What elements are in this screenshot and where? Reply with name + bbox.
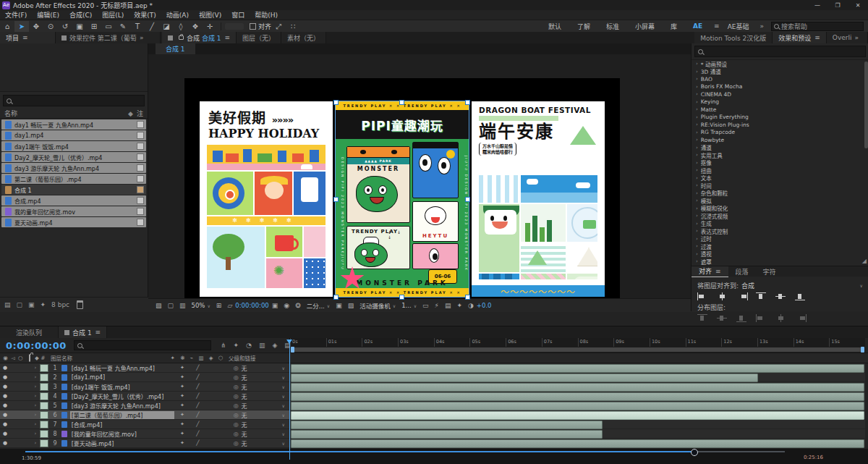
column-comment[interactable]: 注 xyxy=(133,109,143,118)
effects-group[interactable]: ›BAO xyxy=(692,75,868,83)
layer-duration-bar[interactable] xyxy=(291,383,864,392)
selection-handle[interactable] xyxy=(333,100,339,105)
twirl-icon[interactable]: › xyxy=(696,152,698,158)
layer-duration-bar[interactable] xyxy=(291,411,864,420)
selection-handle[interactable] xyxy=(465,197,470,202)
player-progress-handle[interactable] xyxy=(691,449,698,456)
project-item[interactable]: 我的童年回忆阅览.mov xyxy=(1,206,146,216)
pick-whip-icon[interactable]: ◎ xyxy=(234,440,239,447)
tab-motion-tools[interactable]: Motion Tools 2汉化版 xyxy=(694,32,773,43)
twirl-icon[interactable]: › xyxy=(696,206,698,211)
twirl-icon[interactable]: › xyxy=(696,182,698,188)
workspace-tab-0[interactable]: 默认 xyxy=(540,22,569,31)
comp-panel-menu-icon[interactable]: ≡ xyxy=(224,34,230,41)
project-item[interactable]: Day2_摩天轮_雪儿（优秀）.mp4 xyxy=(1,152,146,162)
effects-group[interactable]: ›文本 xyxy=(692,174,868,182)
dropdown-icon[interactable]: ∨ xyxy=(282,441,285,446)
parent-link-column[interactable]: 父级和链接 xyxy=(226,354,292,362)
pick-whip-icon[interactable]: ◎ xyxy=(234,402,239,409)
3d-column-icon[interactable]: ⬡ xyxy=(218,355,224,361)
shape-tool-icon[interactable]: ▭ xyxy=(101,21,116,32)
project-item[interactable]: day1.mp4 xyxy=(1,130,146,140)
layer-duration-bar[interactable] xyxy=(291,421,603,429)
mask-visibility-icon[interactable]: ▱ xyxy=(227,302,232,309)
effects-group[interactable]: ›透视 xyxy=(692,250,868,258)
layer-duration-bar[interactable] xyxy=(291,392,864,401)
twirl-icon[interactable]: › xyxy=(696,251,698,257)
draft-3d-icon[interactable]: ✦ xyxy=(233,342,239,349)
video-switch-icon[interactable]: ● xyxy=(3,393,7,399)
label-color-chip[interactable] xyxy=(137,197,144,204)
selection-handle[interactable] xyxy=(399,100,404,105)
fx-switch-icon[interactable]: ╱ xyxy=(196,421,199,427)
tab-align[interactable]: 对齐≡ xyxy=(692,266,728,277)
current-time-display[interactable]: 0:00:00:00 xyxy=(6,340,67,351)
resolution-dropdown[interactable]: 二分...∨ xyxy=(307,301,331,310)
motion-blur-column-icon[interactable]: ◈ xyxy=(209,355,213,361)
fx-switch-icon[interactable]: ╱ xyxy=(196,431,199,436)
twirl-icon[interactable]: › xyxy=(696,137,698,143)
help-search-input[interactable]: 搜索帮助 xyxy=(771,22,864,31)
pick-whip-icon[interactable]: ◎ xyxy=(234,384,239,390)
effects-group[interactable]: ›时间 xyxy=(692,182,868,190)
layer-duration-bar[interactable] xyxy=(291,439,864,448)
project-panel-menu-icon[interactable]: ≡ xyxy=(22,34,28,41)
twirl-icon[interactable]: › xyxy=(696,228,698,234)
show-snapshot-icon[interactable]: ◉ xyxy=(284,302,289,309)
track-lane[interactable] xyxy=(290,439,865,447)
effects-group[interactable]: ›Plugin Everything xyxy=(692,114,868,122)
composition-stage[interactable]: 美好假期 »»»» HAPPY HOLIDAY xyxy=(184,78,620,307)
pixel-aspect-icon[interactable]: ▭ xyxy=(422,302,429,309)
label-column-icon[interactable]: ◆ xyxy=(128,110,133,117)
expander-icon[interactable]: › xyxy=(35,402,41,408)
snap-toggle[interactable]: 对齐 xyxy=(250,22,271,31)
video-switch-icon[interactable]: ● xyxy=(3,374,7,380)
twirl-icon[interactable]: › xyxy=(696,167,698,173)
track-lane[interactable] xyxy=(290,410,865,419)
quality-switch-icon[interactable]: ✦ xyxy=(180,421,184,427)
label-column-icon[interactable]: ◆ xyxy=(35,355,39,361)
layer-color-swatch[interactable] xyxy=(40,411,48,419)
parent-value[interactable]: 无 xyxy=(242,364,247,372)
poster-dragon-boat-festival[interactable]: DRAGON BOAT FESTIVAL 端午安康 万水千山粽是情 糯米肉馅啥都… xyxy=(472,101,605,297)
quality-switch-icon[interactable]: ✦ xyxy=(180,412,184,418)
fx-switch-icon[interactable]: ╱ xyxy=(196,374,199,380)
twirl-icon[interactable]: › xyxy=(696,130,698,135)
grid-options-icon[interactable]: ∷ xyxy=(286,21,300,32)
poster-happy-holiday[interactable]: 美好假期 »»»» HAPPY HOLIDAY xyxy=(200,101,333,297)
effects-group[interactable]: ›Keying xyxy=(692,98,868,106)
dropdown-icon[interactable]: ∨ xyxy=(282,384,285,389)
quality-column-icon[interactable]: ✦ xyxy=(171,355,175,361)
tab-render-queue[interactable]: 渲染队列 xyxy=(0,326,59,338)
twirl-icon[interactable]: › xyxy=(696,213,698,219)
motion-blur-icon[interactable]: ◈ xyxy=(272,342,277,349)
parent-value[interactable]: 无 xyxy=(242,430,247,438)
twirl-icon[interactable]: › xyxy=(696,61,698,67)
comp-navigator-tab[interactable]: 合成 1 xyxy=(156,43,195,54)
transparency-grid-icon[interactable]: ▨ xyxy=(348,302,354,309)
video-switch-icon[interactable]: ● xyxy=(3,440,7,446)
timeline-layer-row[interactable]: ●›3[day1端午 饭饭.mp4]✦╱◎无∨ xyxy=(0,382,289,391)
project-item[interactable]: 第二课（葡萄乐园）.mp4 xyxy=(1,174,146,184)
channel-icon[interactable]: ▥ xyxy=(179,302,186,309)
main-viewer-icon[interactable]: ▢ xyxy=(168,302,174,309)
track-lane[interactable] xyxy=(290,382,865,391)
work-area-bar[interactable] xyxy=(292,347,864,352)
twirl-icon[interactable]: › xyxy=(696,69,698,75)
rotate-tool-icon[interactable]: ↺ xyxy=(58,21,72,32)
timeline-layer-row[interactable]: ●›1[day1 畅玩一夏 九鱼Ann.mp4]✦╱◎无∨ xyxy=(0,363,289,372)
workspace-tab-3[interactable]: 小屏幕 xyxy=(627,22,663,31)
effects-panel-menu-icon[interactable]: ≡ xyxy=(814,34,820,41)
selection-handle[interactable] xyxy=(399,295,404,300)
distribute-top-button[interactable] xyxy=(697,314,709,322)
zoom-tool-icon[interactable]: ⊙ xyxy=(43,21,58,32)
quality-switch-icon[interactable]: ✦ xyxy=(180,440,184,446)
project-search-input[interactable] xyxy=(3,95,145,106)
selection-handle[interactable] xyxy=(333,295,339,300)
workspace-menu-icon[interactable]: ≡ xyxy=(714,22,720,30)
align-bottom-button[interactable] xyxy=(795,292,807,300)
view-mode-dropdown[interactable]: 活动摄像机∨ xyxy=(359,301,396,310)
tab-composition[interactable]: 合成 合成 1 ≡ xyxy=(162,32,237,43)
mini-flowchart-icon[interactable]: ⋔ xyxy=(221,342,226,349)
workspace-tab-2[interactable]: 标准 xyxy=(598,22,627,31)
